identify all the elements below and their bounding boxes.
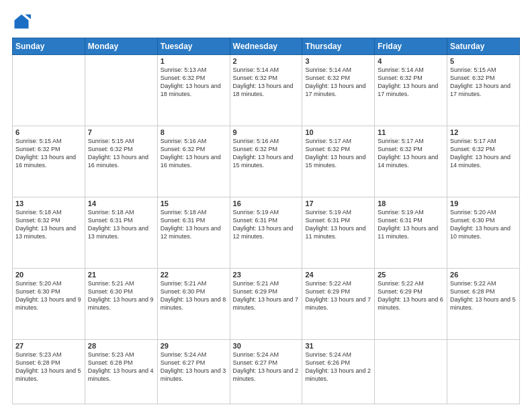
day-info: Sunrise: 5:17 AM Sunset: 6:32 PM Dayligh…: [450, 137, 517, 170]
day-number: 18: [378, 199, 444, 208]
calendar-week-row: 1Sunrise: 5:13 AM Sunset: 6:32 PM Daylig…: [13, 55, 520, 126]
day-info: Sunrise: 5:20 AM Sunset: 6:30 PM Dayligh…: [15, 279, 82, 312]
svg-marker-0: [15, 15, 29, 29]
table-row: 2Sunrise: 5:14 AM Sunset: 6:32 PM Daylig…: [230, 55, 302, 126]
table-row: 19Sunrise: 5:20 AM Sunset: 6:30 PM Dayli…: [447, 197, 520, 268]
table-row: 24Sunrise: 5:22 AM Sunset: 6:29 PM Dayli…: [302, 268, 375, 339]
day-info: Sunrise: 5:21 AM Sunset: 6:30 PM Dayligh…: [161, 279, 227, 312]
day-number: 16: [233, 199, 300, 208]
day-number: 13: [15, 199, 82, 208]
day-number: 3: [305, 57, 371, 65]
day-info: Sunrise: 5:22 AM Sunset: 6:29 PM Dayligh…: [305, 279, 371, 312]
col-saturday: Saturday: [447, 38, 520, 55]
day-info: Sunrise: 5:14 AM Sunset: 6:32 PM Dayligh…: [305, 66, 371, 99]
day-info: Sunrise: 5:19 AM Sunset: 6:31 PM Dayligh…: [378, 208, 444, 241]
day-number: 28: [88, 342, 154, 350]
day-info: Sunrise: 5:18 AM Sunset: 6:31 PM Dayligh…: [161, 208, 227, 241]
logo: [12, 12, 34, 31]
table-row: 31Sunrise: 5:24 AM Sunset: 6:26 PM Dayli…: [302, 339, 375, 404]
day-info: Sunrise: 5:19 AM Sunset: 6:31 PM Dayligh…: [305, 208, 371, 241]
calendar-table: Sunday Monday Tuesday Wednesday Thursday…: [12, 38, 520, 404]
col-thursday: Thursday: [302, 38, 375, 55]
table-row: 20Sunrise: 5:20 AM Sunset: 6:30 PM Dayli…: [13, 268, 85, 339]
day-info: Sunrise: 5:14 AM Sunset: 6:32 PM Dayligh…: [378, 66, 444, 99]
page: Sunday Monday Tuesday Wednesday Thursday…: [0, 0, 532, 411]
day-number: 30: [233, 342, 300, 350]
day-number: 20: [15, 271, 82, 279]
table-row: 4Sunrise: 5:14 AM Sunset: 6:32 PM Daylig…: [375, 55, 447, 126]
day-info: Sunrise: 5:17 AM Sunset: 6:32 PM Dayligh…: [378, 137, 444, 170]
day-info: Sunrise: 5:21 AM Sunset: 6:29 PM Dayligh…: [233, 279, 300, 312]
day-number: 12: [450, 128, 517, 136]
day-number: 22: [161, 271, 227, 279]
table-row: 3Sunrise: 5:14 AM Sunset: 6:32 PM Daylig…: [302, 55, 375, 126]
table-row: 16Sunrise: 5:19 AM Sunset: 6:31 PM Dayli…: [230, 197, 302, 268]
day-info: Sunrise: 5:23 AM Sunset: 6:28 PM Dayligh…: [15, 351, 82, 383]
table-row: 30Sunrise: 5:24 AM Sunset: 6:27 PM Dayli…: [230, 339, 302, 404]
table-row: 7Sunrise: 5:15 AM Sunset: 6:32 PM Daylig…: [85, 126, 157, 197]
day-number: 8: [161, 128, 227, 136]
col-tuesday: Tuesday: [157, 38, 230, 55]
day-number: 17: [305, 199, 371, 208]
table-row: 22Sunrise: 5:21 AM Sunset: 6:30 PM Dayli…: [157, 268, 230, 339]
table-row: [375, 339, 447, 404]
table-row: 10Sunrise: 5:17 AM Sunset: 6:32 PM Dayli…: [302, 126, 375, 197]
col-wednesday: Wednesday: [230, 38, 302, 55]
day-info: Sunrise: 5:22 AM Sunset: 6:28 PM Dayligh…: [450, 279, 517, 312]
col-sunday: Sunday: [13, 38, 85, 55]
calendar-header-row: Sunday Monday Tuesday Wednesday Thursday…: [13, 38, 520, 55]
day-number: 21: [88, 271, 154, 279]
table-row: 26Sunrise: 5:22 AM Sunset: 6:28 PM Dayli…: [447, 268, 520, 339]
table-row: 8Sunrise: 5:16 AM Sunset: 6:32 PM Daylig…: [157, 126, 230, 197]
day-info: Sunrise: 5:23 AM Sunset: 6:28 PM Dayligh…: [88, 351, 154, 383]
calendar-week-row: 27Sunrise: 5:23 AM Sunset: 6:28 PM Dayli…: [13, 339, 520, 404]
day-info: Sunrise: 5:16 AM Sunset: 6:32 PM Dayligh…: [161, 137, 227, 170]
header: [12, 12, 520, 31]
table-row: 12Sunrise: 5:17 AM Sunset: 6:32 PM Dayli…: [447, 126, 520, 197]
day-info: Sunrise: 5:14 AM Sunset: 6:32 PM Dayligh…: [233, 66, 300, 99]
day-info: Sunrise: 5:16 AM Sunset: 6:32 PM Dayligh…: [233, 137, 300, 170]
day-number: 7: [88, 128, 154, 136]
table-row: 9Sunrise: 5:16 AM Sunset: 6:32 PM Daylig…: [230, 126, 302, 197]
table-row: 29Sunrise: 5:24 AM Sunset: 6:27 PM Dayli…: [157, 339, 230, 404]
day-info: Sunrise: 5:19 AM Sunset: 6:31 PM Dayligh…: [233, 208, 300, 241]
table-row: 28Sunrise: 5:23 AM Sunset: 6:28 PM Dayli…: [85, 339, 157, 404]
logo-icon: [12, 12, 31, 31]
day-number: 5: [450, 57, 517, 65]
table-row: 25Sunrise: 5:22 AM Sunset: 6:29 PM Dayli…: [375, 268, 447, 339]
day-number: 15: [161, 199, 227, 208]
table-row: 14Sunrise: 5:18 AM Sunset: 6:31 PM Dayli…: [85, 197, 157, 268]
table-row: [447, 339, 520, 404]
table-row: 6Sunrise: 5:15 AM Sunset: 6:32 PM Daylig…: [13, 126, 85, 197]
day-info: Sunrise: 5:24 AM Sunset: 6:26 PM Dayligh…: [305, 351, 371, 383]
day-info: Sunrise: 5:21 AM Sunset: 6:30 PM Dayligh…: [88, 279, 154, 312]
table-row: 23Sunrise: 5:21 AM Sunset: 6:29 PM Dayli…: [230, 268, 302, 339]
day-number: 4: [378, 57, 444, 65]
day-number: 29: [161, 342, 227, 350]
table-row: 13Sunrise: 5:18 AM Sunset: 6:32 PM Dayli…: [13, 197, 85, 268]
day-number: 27: [15, 342, 82, 350]
table-row: 5Sunrise: 5:15 AM Sunset: 6:32 PM Daylig…: [447, 55, 520, 126]
day-number: 23: [233, 271, 300, 279]
table-row: [13, 55, 85, 126]
day-info: Sunrise: 5:22 AM Sunset: 6:29 PM Dayligh…: [378, 279, 444, 312]
day-number: 2: [233, 57, 300, 65]
table-row: [85, 55, 157, 126]
day-info: Sunrise: 5:20 AM Sunset: 6:30 PM Dayligh…: [450, 208, 517, 241]
day-info: Sunrise: 5:15 AM Sunset: 6:32 PM Dayligh…: [88, 137, 154, 170]
col-friday: Friday: [375, 38, 447, 55]
day-number: 10: [305, 128, 371, 136]
day-number: 24: [305, 271, 371, 279]
calendar-week-row: 13Sunrise: 5:18 AM Sunset: 6:32 PM Dayli…: [13, 197, 520, 268]
day-info: Sunrise: 5:24 AM Sunset: 6:27 PM Dayligh…: [233, 351, 300, 383]
table-row: 27Sunrise: 5:23 AM Sunset: 6:28 PM Dayli…: [13, 339, 85, 404]
day-number: 11: [378, 128, 444, 136]
day-number: 14: [88, 199, 154, 208]
day-info: Sunrise: 5:17 AM Sunset: 6:32 PM Dayligh…: [305, 137, 371, 170]
day-number: 25: [378, 271, 444, 279]
calendar-week-row: 6Sunrise: 5:15 AM Sunset: 6:32 PM Daylig…: [13, 126, 520, 197]
table-row: 15Sunrise: 5:18 AM Sunset: 6:31 PM Dayli…: [157, 197, 230, 268]
table-row: 18Sunrise: 5:19 AM Sunset: 6:31 PM Dayli…: [375, 197, 447, 268]
day-info: Sunrise: 5:13 AM Sunset: 6:32 PM Dayligh…: [161, 66, 227, 99]
day-info: Sunrise: 5:18 AM Sunset: 6:31 PM Dayligh…: [88, 208, 154, 241]
